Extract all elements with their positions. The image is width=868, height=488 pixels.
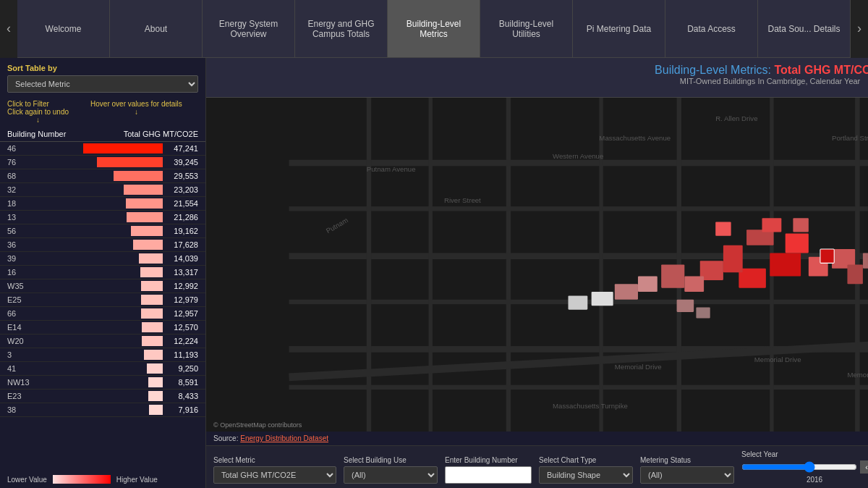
row-building-number: 38 xyxy=(7,405,80,414)
table-row[interactable]: 46 47,241 xyxy=(0,142,205,156)
row-building-number: 46 xyxy=(7,144,80,153)
row-bar-container: 8,591 xyxy=(80,377,198,387)
building-use-select[interactable]: (All) xyxy=(344,466,438,484)
row-bar xyxy=(131,226,163,236)
tab-energy-system-label: Energy System Overview xyxy=(207,19,290,39)
tab-about[interactable]: About xyxy=(110,0,203,57)
data-table: 46 47,241 76 39,245 68 29,553 32 23,203 xyxy=(0,142,205,471)
table-row[interactable]: W20 12,224 xyxy=(0,335,205,348)
filter-hint-undo: Click again to undo xyxy=(7,108,69,116)
year-value: 2016 xyxy=(741,476,868,484)
table-row[interactable]: 76 39,245 xyxy=(0,156,205,169)
map-container[interactable]: Western Avenue River Street Putnam Avenu… xyxy=(206,98,868,432)
tab-data-access[interactable]: Data Access xyxy=(665,0,758,57)
metering-control: Metering Status (All) xyxy=(640,456,734,484)
table-row[interactable]: NW13 8,591 xyxy=(0,376,205,390)
map-svg: Western Avenue River Street Putnam Avenu… xyxy=(206,98,868,432)
row-value: 11,193 xyxy=(166,350,198,359)
row-bar-container: 11,193 xyxy=(80,350,198,360)
year-slider[interactable] xyxy=(741,461,857,473)
row-building-number: 16 xyxy=(7,268,80,277)
legend-high-label: Higher Value xyxy=(116,476,158,484)
row-building-number: 56 xyxy=(7,227,80,235)
sort-select[interactable]: Selected Metric xyxy=(7,75,198,93)
row-bar xyxy=(148,377,163,387)
row-value: 8,433 xyxy=(166,392,198,400)
row-bar-container: 14,039 xyxy=(80,253,198,264)
table-row[interactable]: E25 12,979 xyxy=(0,293,205,307)
table-row[interactable]: E14 12,570 xyxy=(0,321,205,335)
svg-text:Memorial Drive: Memorial Drive xyxy=(754,356,801,363)
row-bar-container: 21,554 xyxy=(80,198,198,209)
tab-pi-metering[interactable]: Pi Metering Data xyxy=(573,0,665,57)
row-value: 12,224 xyxy=(166,337,198,345)
row-building-number: 76 xyxy=(7,158,80,167)
table-row[interactable]: 38 7,916 xyxy=(0,403,205,417)
table-row[interactable]: 32 23,203 xyxy=(0,183,205,197)
svg-rect-6 xyxy=(289,385,868,390)
svg-text:Massachusetts Avenue: Massachusetts Avenue xyxy=(599,134,671,142)
row-building-number: 13 xyxy=(7,213,80,222)
row-bar xyxy=(133,240,163,250)
svg-text:Western Avenue: Western Avenue xyxy=(553,152,603,160)
table-row[interactable]: 3 11,193 xyxy=(0,348,205,362)
table-row[interactable]: 66 12,957 xyxy=(0,307,205,321)
row-bar xyxy=(127,212,163,222)
metric-select[interactable]: Total GHG MT/CO2E xyxy=(213,466,336,484)
table-row[interactable]: 39 14,039 xyxy=(0,252,205,266)
svg-rect-8 xyxy=(429,98,433,432)
hover-arrow: ↓ xyxy=(90,108,182,116)
nav-prev-arrow[interactable]: ‹ xyxy=(0,0,17,58)
tab-data-source[interactable]: Data Sou... Details xyxy=(758,0,851,57)
building-number-input[interactable] xyxy=(445,466,532,484)
chart-type-select[interactable]: Building Shape xyxy=(539,466,633,484)
year-control: Select Year ‹ › 2016 xyxy=(741,450,868,484)
tab-energy-system[interactable]: Energy System Overview xyxy=(203,0,295,57)
building-use-label: Select Building Use xyxy=(344,456,438,464)
col-value-header: Total GHG MT/CO2E xyxy=(80,130,198,138)
map-title-highlight: Total GHG MT/CO2E xyxy=(775,64,869,76)
row-value: 12,570 xyxy=(166,323,198,332)
row-bar xyxy=(142,336,163,346)
row-building-number: 3 xyxy=(7,350,80,359)
table-row[interactable]: 41 9,250 xyxy=(0,362,205,376)
svg-text:Putnam Avenue: Putnam Avenue xyxy=(367,165,416,173)
table-row[interactable]: 36 17,628 xyxy=(0,238,205,252)
tab-building-utilities[interactable]: Building-Level Utilities xyxy=(480,0,573,57)
row-bar-container: 12,992 xyxy=(80,281,198,291)
row-bar-container: 21,286 xyxy=(80,212,198,222)
row-bar-container: 12,570 xyxy=(80,322,198,332)
col-building-header: Building Number xyxy=(7,130,80,138)
source-link[interactable]: Energy Distribution Dataset xyxy=(240,434,328,442)
row-building-number: 36 xyxy=(7,240,80,249)
table-row[interactable]: 13 21,286 xyxy=(0,211,205,224)
svg-rect-19 xyxy=(723,245,743,273)
tab-data-access-label: Data Access xyxy=(687,24,736,34)
svg-rect-28 xyxy=(615,284,638,299)
table-row[interactable]: 18 21,554 xyxy=(0,197,205,211)
svg-rect-38 xyxy=(793,218,808,232)
svg-rect-36 xyxy=(715,222,731,236)
table-row[interactable]: E23 8,433 xyxy=(0,390,205,403)
table-row[interactable]: W35 12,992 xyxy=(0,279,205,293)
map-title: Building-Level Metrics: Total GHG MT/CO2… xyxy=(586,64,868,77)
row-building-number: 66 xyxy=(7,309,80,318)
nav-next-arrow[interactable]: › xyxy=(851,0,868,58)
table-row[interactable]: 16 13,317 xyxy=(0,266,205,279)
metering-select[interactable]: (All) xyxy=(640,466,734,484)
tab-welcome[interactable]: Welcome xyxy=(17,0,110,57)
tab-energy-ghg[interactable]: Energy and GHG Campus Totals xyxy=(295,0,388,57)
row-building-number: E25 xyxy=(7,295,80,304)
svg-text:Massachusetts Turnpike: Massachusetts Turnpike xyxy=(553,402,628,410)
year-prev-btn[interactable]: ‹ xyxy=(860,460,868,474)
tab-building-metrics[interactable]: Building-Level Metrics xyxy=(388,0,480,57)
sort-label: Sort Table by xyxy=(0,58,205,75)
svg-rect-17 xyxy=(739,269,766,288)
table-row[interactable]: 56 19,162 xyxy=(0,224,205,238)
svg-rect-32 xyxy=(568,295,587,309)
svg-rect-16 xyxy=(770,253,801,276)
row-bar-container: 19,162 xyxy=(80,226,198,236)
row-bar xyxy=(141,295,163,305)
table-row[interactable]: 68 29,553 xyxy=(0,169,205,183)
nav-tabs: Welcome About Energy System Overview Ene… xyxy=(17,0,851,57)
